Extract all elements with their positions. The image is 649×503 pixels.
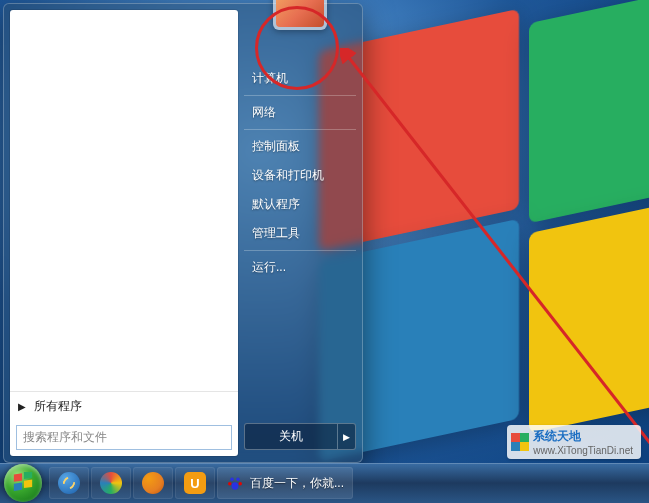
- baidu-paw-icon: [226, 474, 244, 492]
- watermark-logo-icon: [511, 433, 529, 451]
- shutdown-options-button[interactable]: ▶: [338, 423, 356, 450]
- taskbar-pinned-uc[interactable]: U: [175, 467, 215, 499]
- watermark-url: www.XiTongTianDi.net: [533, 445, 633, 456]
- separator: [244, 129, 356, 130]
- taskbar-pinned-browser[interactable]: [91, 467, 131, 499]
- all-programs-label: 所有程序: [34, 398, 82, 415]
- sidebar-item-control-panel[interactable]: 控制面板: [238, 132, 362, 161]
- shutdown-button[interactable]: 关机: [244, 423, 338, 450]
- sidebar-item-computer[interactable]: 计算机: [238, 64, 362, 93]
- taskbar-window-title: 百度一下，你就...: [250, 475, 344, 492]
- start-menu-left-panel: ▶ 所有程序 搜索程序和文件: [10, 10, 238, 456]
- start-menu-right-panel: 计算机 网络 控制面板 设备和打印机 默认程序 管理工具 运行... 关机 ▶: [238, 4, 362, 462]
- internet-explorer-icon: [58, 472, 80, 494]
- taskbar-pinned-firefox[interactable]: [133, 467, 173, 499]
- separator: [244, 95, 356, 96]
- firefox-icon: [142, 472, 164, 494]
- svg-point-7: [228, 482, 231, 485]
- taskbar-pinned-ie[interactable]: [49, 467, 89, 499]
- svg-rect-4: [24, 480, 32, 488]
- svg-point-6: [236, 478, 239, 481]
- sidebar-item-devices-printers[interactable]: 设备和打印机: [238, 161, 362, 190]
- user-avatar-frame[interactable]: [273, 0, 327, 30]
- taskbar-running-baidu[interactable]: 百度一下，你就...: [217, 467, 353, 499]
- user-avatar: [276, 0, 324, 27]
- search-input[interactable]: 搜索程序和文件: [16, 425, 232, 450]
- sidebar-item-network[interactable]: 网络: [238, 98, 362, 127]
- taskbar: U 百度一下，你就...: [0, 463, 649, 503]
- shutdown-group: 关机 ▶: [244, 423, 356, 450]
- sidebar-item-default-programs[interactable]: 默认程序: [238, 190, 362, 219]
- chevron-right-icon: ▶: [18, 401, 26, 412]
- start-menu: ▶ 所有程序 搜索程序和文件 计算机 网络 控制面板 设备和打印机 默认程序 管…: [3, 3, 363, 463]
- start-button[interactable]: [4, 464, 42, 502]
- svg-rect-3: [14, 482, 22, 490]
- all-programs-button[interactable]: ▶ 所有程序: [10, 391, 238, 421]
- svg-rect-1: [14, 473, 22, 481]
- svg-point-5: [230, 478, 233, 481]
- program-list: [10, 10, 238, 391]
- sidebar-item-admin-tools[interactable]: 管理工具: [238, 219, 362, 248]
- color-swirl-icon: [100, 472, 122, 494]
- sidebar-item-run[interactable]: 运行...: [238, 253, 362, 282]
- windows-flag-icon: [12, 472, 34, 494]
- watermark-brand: 系统天地: [533, 428, 629, 445]
- svg-point-8: [239, 482, 242, 485]
- svg-rect-2: [24, 472, 32, 479]
- watermark: 系统天地 www.XiTongTianDi.net: [507, 425, 641, 459]
- svg-point-9: [232, 482, 239, 490]
- uc-browser-icon: U: [184, 472, 206, 494]
- separator: [244, 250, 356, 251]
